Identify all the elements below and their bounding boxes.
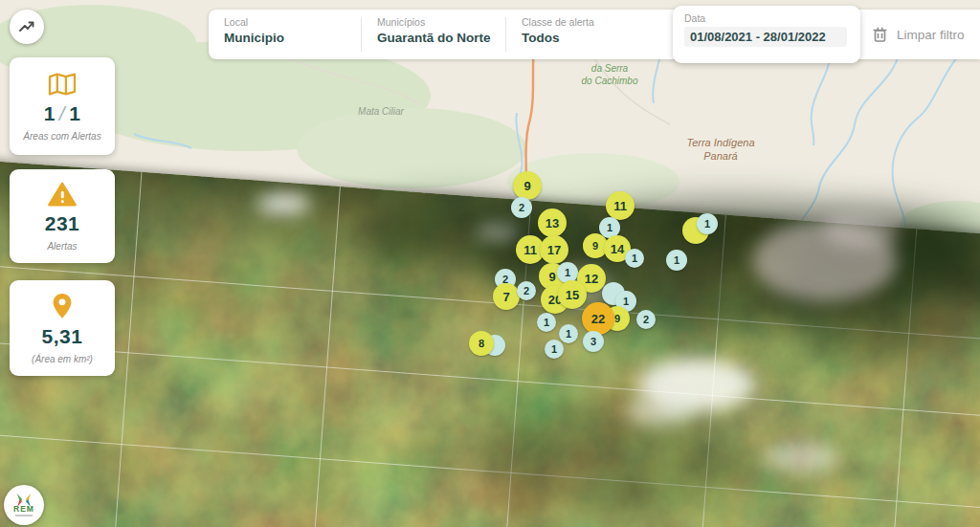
map-canvas[interactable]: da Serra do CachimboMata CiliarTerra Ind…	[0, 0, 980, 527]
date-range-input[interactable]: 01/08/2021 - 28/01/2022	[684, 27, 847, 47]
alert-cluster-marker[interactable]: 8	[469, 331, 494, 356]
rem-logo-text: REM	[13, 505, 34, 514]
filter-bar: Local Municipio Municípios Guarantã do N…	[209, 10, 980, 59]
filter-classe-alerta[interactable]: Classe de alerta Todos	[506, 16, 679, 45]
alert-cluster-marker[interactable]: 2	[511, 197, 532, 218]
alert-cluster-marker[interactable]: 13	[538, 209, 567, 237]
alert-cluster-marker[interactable]: 1	[537, 313, 556, 332]
alert-cluster-marker[interactable]: 1	[625, 249, 644, 268]
alert-cluster-marker[interactable]: 15	[558, 280, 587, 309]
filter-value: Municipio	[224, 31, 368, 45]
alert-markers-layer: 92111311111791411291127220151192221318	[0, 0, 980, 527]
filter-value: Todos	[522, 31, 679, 45]
alert-cluster-marker[interactable]: 11	[606, 191, 635, 220]
filter-label: Classe de alerta	[522, 16, 679, 28]
trash-icon	[872, 26, 888, 43]
rem-logo-subtext	[15, 515, 33, 516]
warning-icon	[48, 182, 77, 207]
alertas-caption: Alertas	[47, 241, 77, 252]
areas-caption: Áreas com Alertas	[23, 131, 100, 142]
filter-municipios[interactable]: Municípios Guarantã do Norte	[362, 16, 511, 45]
areas-value: 1/1	[44, 102, 81, 125]
filter-label: Data	[684, 12, 849, 24]
filter-value: Guarantã do Norte	[377, 31, 511, 45]
alert-cluster-marker[interactable]: 7	[493, 283, 520, 310]
alert-cluster-marker[interactable]: 9	[513, 171, 542, 200]
clear-filter-button[interactable]: Limpar filtro	[866, 10, 976, 59]
alert-cluster-marker[interactable]: 1	[697, 213, 718, 234]
clear-filter-label: Limpar filtro	[897, 28, 965, 42]
filter-label: Municípios	[377, 16, 511, 28]
statistics-button[interactable]	[10, 10, 44, 44]
area-km2-value: 5,31	[42, 325, 83, 348]
alert-cluster-marker[interactable]: 3	[583, 331, 604, 352]
filter-local[interactable]: Local Municipio	[209, 16, 368, 45]
alert-cluster-marker[interactable]: 2	[517, 281, 536, 300]
rem-logo: REM	[4, 485, 44, 525]
stat-card-area-km2: 5,31 (Área em km²)	[10, 280, 115, 376]
alert-cluster-marker[interactable]: 1	[666, 250, 687, 271]
map-icon	[47, 72, 78, 97]
filter-data-card[interactable]: Data 01/08/2021 - 28/01/2022	[673, 6, 860, 63]
alert-cluster-marker[interactable]: 2	[636, 310, 656, 329]
trend-chart-icon	[17, 17, 36, 36]
alert-cluster-marker[interactable]: 17	[540, 235, 568, 264]
filter-label: Local	[224, 16, 368, 28]
stat-card-areas: 1/1 Áreas com Alertas	[10, 57, 115, 155]
alert-cluster-marker[interactable]: 22	[582, 302, 614, 335]
alertas-value: 231	[45, 212, 80, 235]
alert-cluster-marker[interactable]: 1	[545, 340, 564, 359]
alert-cluster-marker[interactable]: 1	[559, 324, 578, 343]
pin-icon	[52, 293, 73, 319]
area-km2-caption: (Área em km²)	[32, 354, 93, 364]
stat-card-alertas: 231 Alertas	[10, 169, 115, 263]
